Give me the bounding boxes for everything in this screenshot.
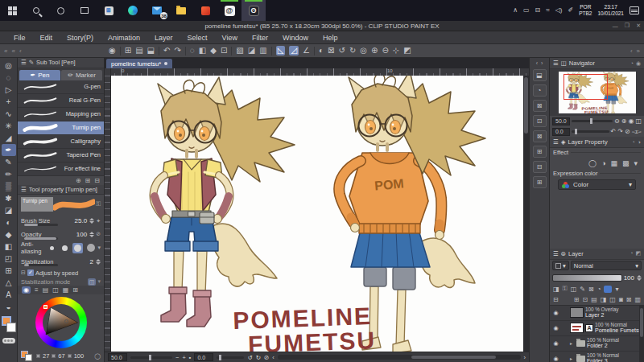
strip-collapse-icon[interactable]: ‹ (536, 60, 538, 66)
airbrush-tool[interactable]: ▒ (2, 180, 16, 192)
task-view-button[interactable] (72, 0, 97, 21)
eraser-tool[interactable]: ◪ (2, 204, 16, 216)
stabilization-slider[interactable] (24, 264, 58, 266)
canvas-paper[interactable]: POM POMELINE FUMETSU (111, 76, 523, 352)
nav-zoom-in-icon[interactable]: ⊕ (621, 117, 627, 125)
search-button[interactable] (24, 0, 48, 21)
document-tab[interactable]: pomeline fumetsu* (106, 59, 172, 68)
material-panel-icon[interactable]: ⊠ (533, 130, 547, 142)
rotate-right-icon[interactable]: ↻ (349, 47, 356, 55)
tone-effect-icon[interactable]: ◑ (601, 159, 605, 167)
delete-subtool-icon[interactable]: ⊟ (94, 177, 100, 184)
navigator-zoom-value[interactable]: 50.0 (552, 117, 570, 125)
approx-color-tab-icon[interactable]: ▦ (63, 286, 69, 294)
border-effect-icon[interactable]: ◯ (588, 159, 597, 167)
search-panel-icon[interactable]: ⊟ (533, 161, 547, 173)
canvas-artwork[interactable]: POM POMELINE FUMETSU (111, 76, 523, 352)
minimize-button[interactable]: — (613, 23, 618, 29)
aa-weak[interactable] (60, 243, 70, 253)
taskbar-store[interactable]: ⊞ (97, 0, 121, 21)
zoom-fit-button[interactable]: ▪ (189, 354, 192, 361)
hue-marker[interactable] (43, 305, 47, 309)
extra-panel-icon[interactable]: ⊞ (533, 176, 547, 188)
collapse-icon[interactable]: ⊟ (21, 269, 26, 276)
brush-size-dynamics-icon[interactable]: ✦ (96, 218, 101, 224)
flip-canvas-icon[interactable]: ◐ (319, 47, 324, 55)
network-icon[interactable]: ≈ (546, 7, 549, 14)
new-folder-icon[interactable]: ▤ (591, 296, 597, 303)
decoration-tool[interactable]: ✱ (2, 192, 16, 204)
new-file-icon[interactable]: ⊞ (125, 47, 131, 55)
new-vector-layer-icon[interactable]: ⊡ (583, 296, 588, 303)
aa-medium[interactable] (72, 243, 83, 253)
canvas-rotation-slider[interactable] (217, 356, 244, 359)
lp-tab3-icon[interactable]: ◑ (638, 139, 641, 145)
clear-icon[interactable]: ▧ (236, 47, 243, 55)
action-center-icon[interactable] (630, 6, 639, 14)
download-panel-icon[interactable]: ⊞ (533, 146, 547, 158)
canvas-horizontal-scrollbar[interactable] (278, 355, 521, 360)
menu-window[interactable]: Window (275, 34, 316, 42)
taskbar-edge[interactable] (121, 0, 145, 21)
opacity-dynamics-icon[interactable]: ⊘ (96, 231, 101, 237)
move-tool[interactable]: + (2, 96, 16, 108)
expand-arrow-icon[interactable]: ▸ (570, 356, 575, 361)
eyedropper-tool[interactable]: ◢ (2, 132, 16, 144)
clip-to-layer-icon[interactable]: ◨ (553, 286, 559, 293)
navigator-rotation-slider[interactable] (572, 130, 609, 133)
nav-rotate-cw-icon[interactable]: ↷ (617, 128, 623, 135)
mesh-icon[interactable]: ⊠ (328, 47, 334, 55)
snap-special-ruler-icon[interactable]: ◿ (289, 46, 299, 56)
reference-layer-icon[interactable]: ◔ (597, 286, 601, 293)
zoom-out-button[interactable]: − (175, 354, 179, 361)
opacity-spinner[interactable] (89, 232, 94, 237)
extract-line-effect-icon[interactable]: ▩ (622, 159, 630, 167)
canvas-zoom-value[interactable]: 50.0 (108, 353, 127, 361)
menu-view[interactable]: View (215, 34, 245, 42)
cortana-button[interactable] (48, 0, 72, 21)
deselect-icon[interactable]: ◌ (190, 47, 195, 55)
zoom-tool[interactable]: ◎ (2, 60, 16, 72)
collapse-left-icon2[interactable]: « (11, 47, 14, 55)
zoom-out-icon[interactable]: ⊖ (382, 47, 388, 55)
pen-tool[interactable]: ✒ (2, 144, 16, 156)
mask-layer-icon[interactable]: ◙ (619, 296, 623, 303)
screen-mode-icon[interactable]: ◩ (403, 47, 411, 55)
panel-menu-icon[interactable]: ☰ (553, 60, 559, 67)
menu-select[interactable]: Select (180, 34, 215, 42)
pen-item-real-g-pen[interactable]: Real G-Pen (18, 94, 104, 108)
brush-size-spinner[interactable] (89, 218, 94, 224)
panel-menu-icon[interactable]: ☰ (553, 138, 559, 146)
layer-row-folder3[interactable]: ◉ ▸ 100 % NormalFolder 3 (550, 352, 644, 362)
pencil-tool[interactable]: ✎ (2, 156, 16, 168)
taskbar-clip-studio-paint[interactable]: ʘ (242, 0, 266, 21)
invert-selection-icon[interactable]: ◧ (199, 47, 206, 55)
effect-more-icon[interactable]: ▾ (634, 159, 638, 167)
panel-menu-icon[interactable]: ☰ (553, 250, 559, 257)
taskbar-mail[interactable]: 38 (145, 0, 169, 21)
menu-filter[interactable]: Filter (245, 34, 275, 42)
tablet-mode-icon[interactable]: ▭ (523, 7, 530, 14)
new-layer-icon[interactable]: ⊞ (574, 296, 580, 303)
nav-zoom-out-icon[interactable]: ⊖ (614, 117, 620, 125)
balloon-tool[interactable]: ◒ (2, 301, 16, 313)
figure-tool[interactable]: ◰ (2, 253, 16, 265)
nav-reset-icon[interactable]: ⊘ (625, 128, 630, 135)
color-wheel-tab-icon[interactable]: ◉ (22, 286, 31, 294)
visibility-eye-icon[interactable]: ◉ (552, 340, 559, 347)
open-file-icon[interactable]: ▤ (135, 47, 142, 55)
menu-file[interactable]: File (6, 34, 33, 42)
battery-icon[interactable]: ⊟ (535, 7, 541, 14)
transparent-color-pill[interactable] (2, 338, 15, 343)
pen-item-tapered-pen[interactable]: Tapered Pen (18, 149, 104, 162)
visibility-eye-icon[interactable]: ◉ (552, 310, 559, 316)
subview-panel-icon[interactable]: ◔ (533, 84, 547, 97)
import-subtool-icon[interactable]: ⊕ (76, 177, 81, 184)
blend-tool[interactable]: ◐ (2, 216, 16, 228)
stabilization-spinner[interactable] (96, 259, 101, 265)
menu-animation[interactable]: Animation (101, 34, 147, 42)
maximize-button[interactable]: ❒ (625, 23, 630, 29)
expand-arrow-icon[interactable]: ▸ (570, 340, 575, 346)
menu-edit[interactable]: Edit (33, 34, 60, 42)
palette-color-chip[interactable] (604, 286, 612, 293)
